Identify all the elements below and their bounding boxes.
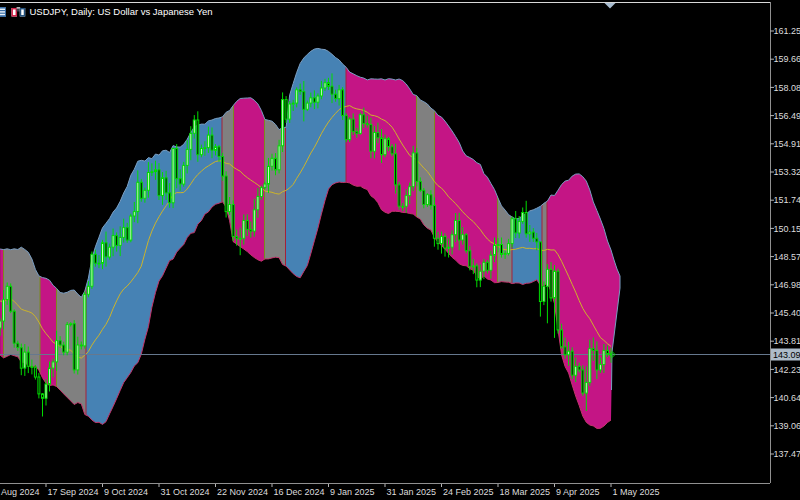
svg-text:140.645: 140.645 — [774, 393, 800, 403]
svg-text:26 Aug 2024: 26 Aug 2024 — [0, 487, 40, 497]
svg-text:USDJPY, Daily: US Dollar vs J: USDJPY, Daily: US Dollar vs Japanese Yen — [30, 6, 213, 17]
svg-text:31 Oct 2024: 31 Oct 2024 — [161, 487, 210, 497]
svg-text:22 Nov 2024: 22 Nov 2024 — [217, 487, 268, 497]
svg-text:9 Jan 2025: 9 Jan 2025 — [330, 487, 375, 497]
svg-text:18 Mar 2025: 18 Mar 2025 — [500, 487, 551, 497]
svg-text:137.475: 137.475 — [774, 449, 800, 459]
svg-text:9 Oct 2024: 9 Oct 2024 — [104, 487, 148, 497]
svg-text:24 Feb 2025: 24 Feb 2025 — [443, 487, 494, 497]
svg-text:154.912: 154.912 — [774, 139, 800, 149]
svg-text:146.986: 146.986 — [774, 280, 800, 290]
svg-text:31 Jan 2025: 31 Jan 2025 — [387, 487, 437, 497]
svg-text:142.230: 142.230 — [774, 365, 800, 375]
svg-text:17 Sep 2024: 17 Sep 2024 — [48, 487, 99, 497]
svg-text:1 May 2025: 1 May 2025 — [613, 487, 660, 497]
svg-text:143.095: 143.095 — [773, 350, 800, 360]
svg-text:150.156: 150.156 — [774, 224, 800, 234]
svg-text:151.741: 151.741 — [774, 195, 800, 205]
svg-text:153.327: 153.327 — [774, 167, 800, 177]
svg-text:161.252: 161.252 — [774, 26, 800, 36]
svg-text:143.816: 143.816 — [774, 336, 800, 346]
svg-text:16 Dec 2024: 16 Dec 2024 — [274, 487, 325, 497]
svg-text:156.497: 156.497 — [774, 111, 800, 121]
svg-text:148.571: 148.571 — [774, 252, 800, 262]
svg-text:158.082: 158.082 — [774, 83, 800, 93]
svg-text:9 Apr 2025: 9 Apr 2025 — [556, 487, 600, 497]
svg-text:139.060: 139.060 — [774, 421, 800, 431]
svg-text:145.401: 145.401 — [774, 308, 800, 318]
svg-text:159.667: 159.667 — [774, 54, 800, 64]
